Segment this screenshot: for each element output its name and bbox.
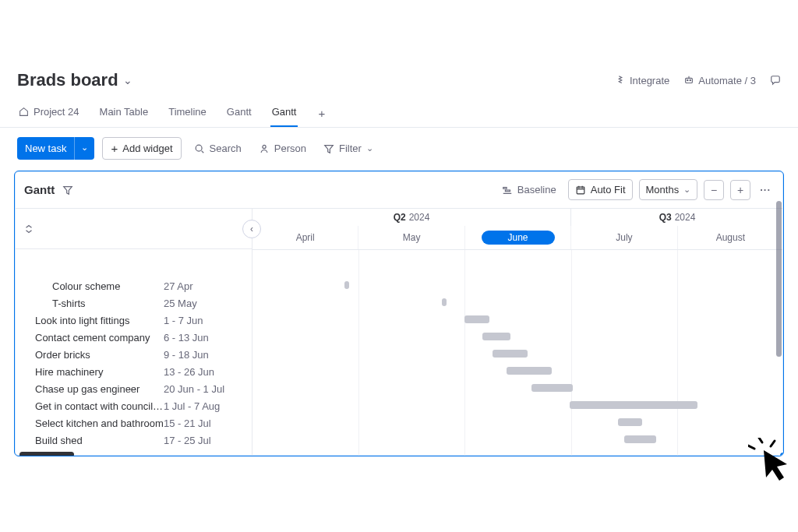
gantt-bar[interactable] [570,401,698,409]
auto-fit-label: Auto Fit [591,184,626,196]
task-date: 1 - 7 Jun [164,315,244,326]
gantt-bar[interactable] [464,315,489,323]
gantt-bar[interactable] [482,333,510,340]
integrate-label: Integrate [630,75,669,86]
calendar-icon [575,185,586,196]
add-widget-label: Add widget [122,143,172,154]
integrate-button[interactable]: Integrate [615,75,669,86]
plus-icon: + [111,143,118,154]
robot-icon [683,75,694,86]
svg-point-4 [263,145,266,148]
svg-rect-7 [577,187,584,194]
gantt-bar[interactable] [531,384,573,392]
new-task-button[interactable]: New task ⌄ [17,137,94,160]
task-row[interactable]: Chase up gas engineer20 Jun - 1 Jul [15,380,252,397]
task-row[interactable]: Order bricks9 - 18 Jun [15,346,252,363]
add-widget-button[interactable]: + Add widget [102,137,181,160]
task-name: Hire machinery [35,366,164,378]
tab-gantt-1[interactable]: Gantt [225,100,253,127]
task-date: 1 Jul - 7 Aug [164,400,244,412]
widget-resize-handle[interactable] [779,451,784,456]
gantt-bar[interactable] [507,367,552,375]
quarter-header: Q22024 Q32024 [252,209,783,226]
svg-point-3 [196,145,202,151]
widget-more-button[interactable]: ··· [757,180,774,199]
gantt-bar[interactable] [624,435,655,443]
automate-label: Automate / 3 [698,75,756,86]
timescale-label: Months [646,184,680,196]
tab-label: Main Table [100,106,149,118]
tab-main-table[interactable]: Main Table [98,100,150,127]
board-title: Brads board [17,70,118,90]
tab-label: Gantt [227,106,252,118]
timescale-select[interactable]: Months ⌄ [639,179,698,200]
task-name: Build shed [35,435,164,446]
discussion-button[interactable] [770,75,781,86]
widget-title: Gantt [24,183,55,196]
vertical-scrollbar[interactable] [776,201,782,357]
quarter-cell: Q32024 [571,209,783,226]
grid-column-line [677,250,678,456]
home-icon [19,107,29,117]
filter-icon[interactable] [62,185,73,196]
automate-button[interactable]: Automate / 3 [683,75,756,86]
task-name: Colour scheme [35,280,164,292]
task-row[interactable]: Hire machinery13 - 26 Jun [15,363,252,380]
month-cell: April [252,226,358,249]
board-title-button[interactable]: Brads board ⌄ [17,70,132,90]
gantt-bar[interactable] [442,298,447,306]
task-row[interactable]: Get in contact with council ab…1 Jul - 7… [15,397,252,414]
search-icon [194,143,205,154]
task-date: 15 - 21 Jul [164,417,244,429]
task-name: Contact cement company [35,332,164,344]
expand-rows-button[interactable] [19,220,38,238]
task-row[interactable]: T-shirts25 May [15,294,252,312]
baseline-button[interactable]: Baseline [496,180,562,199]
tab-label: Gantt [272,106,297,118]
filter-icon [323,143,334,154]
gantt-bar[interactable] [493,350,527,358]
tab-timeline[interactable]: Timeline [167,100,208,127]
tab-project-24[interactable]: Project 24 [17,100,81,127]
tab-label: Timeline [168,106,207,118]
gantt-bar[interactable] [618,418,642,426]
task-name: Get in contact with council ab… [35,400,164,412]
task-row[interactable]: Select kitchen and bathroom15 - 21 Jul [15,414,252,432]
task-name: T-shirts [35,298,164,309]
person-filter-button[interactable]: Person [254,138,311,159]
gantt-widget: Gantt Baseline Auto Fit Months ⌄ − + [14,171,784,456]
new-task-label: New task [17,137,74,160]
auto-fit-button[interactable]: Auto Fit [568,179,633,200]
task-row[interactable]: Colour scheme27 Apr [15,277,252,294]
new-task-split[interactable]: ⌄ [74,137,94,160]
gantt-grid[interactable] [252,250,783,456]
task-row[interactable]: Contact cement company6 - 13 Jun [15,329,252,346]
speech-bubble-icon [770,75,781,86]
filter-label: Filter [339,143,362,154]
month-cell: August [678,226,783,249]
search-button[interactable]: Search [189,138,246,159]
add-tab-button[interactable]: + [315,100,328,126]
task-date: 27 Apr [164,280,244,292]
task-date: 6 - 13 Jun [164,332,244,344]
grid-column-line [571,250,572,456]
zoom-out-button[interactable]: − [704,180,724,200]
tab-gantt-2[interactable]: Gantt [270,100,298,127]
zoom-in-button[interactable]: + [730,180,750,200]
month-cell: June [465,226,571,249]
task-date: 17 - 25 Jul [164,435,244,446]
task-row[interactable]: Look into light fittings1 - 7 Jun [15,312,252,329]
gantt-bar[interactable] [344,281,349,289]
horizontal-scrollbar[interactable] [19,452,74,456]
filter-button[interactable]: Filter ⌄ [319,138,378,159]
task-date: 9 - 18 Jun [164,349,244,361]
month-cell: May [358,226,464,249]
grid-column-line [358,250,359,456]
task-row[interactable]: Build shed17 - 25 Jul [15,432,252,449]
task-name: Look into light fittings [35,315,164,326]
task-list: Colour scheme27 AprT-shirts25 MayLook in… [15,249,252,455]
person-icon [259,143,270,154]
collapse-panel-button[interactable]: ‹ [242,220,261,238]
task-date: 25 May [164,298,244,309]
svg-point-2 [690,79,690,80]
